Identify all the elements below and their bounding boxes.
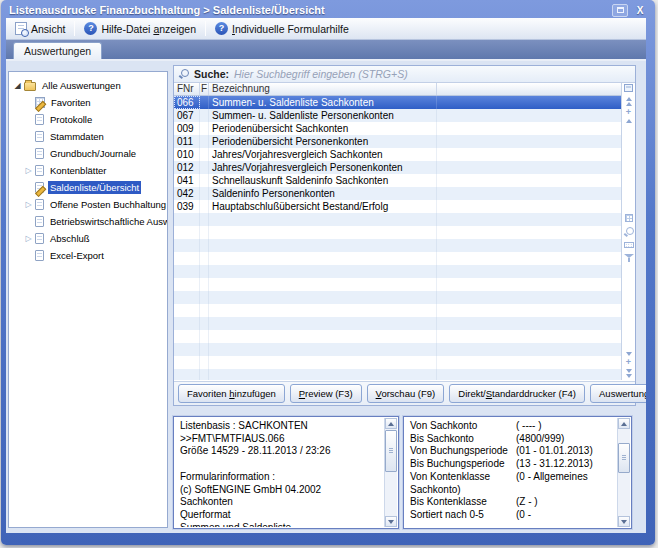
filter-icon[interactable] bbox=[624, 253, 634, 262]
grid-view-icon[interactable] bbox=[625, 214, 633, 222]
table-empty-row[interactable] bbox=[174, 356, 621, 369]
row-cell bbox=[209, 239, 437, 252]
document-icon bbox=[35, 199, 44, 210]
column-header-f[interactable]: F bbox=[200, 83, 209, 95]
toolbar-button-ansicht[interactable]: Ansicht bbox=[9, 20, 71, 37]
row-cell bbox=[437, 187, 621, 200]
column-select-icon[interactable] bbox=[624, 84, 633, 92]
tab-auswertungen[interactable]: Auswertungen bbox=[13, 42, 102, 59]
info-scrollbar[interactable] bbox=[384, 418, 397, 527]
table-empty-row[interactable] bbox=[174, 291, 621, 304]
document-icon bbox=[35, 233, 44, 244]
vorschau-f9-button[interactable]: Vorschau (F9) bbox=[367, 384, 445, 403]
info-line: Formularinformation : bbox=[180, 471, 383, 484]
column-header-fnr[interactable]: FNr bbox=[174, 83, 200, 95]
toolbar-button-individuelle-formularhilfe[interactable]: ?Individuelle Formularhilfe bbox=[209, 20, 355, 37]
table-row[interactable]: 066Summen- u. Saldenliste Sachkonten bbox=[174, 96, 621, 109]
scroll-to-bottom-icon[interactable] bbox=[626, 369, 632, 378]
scrollbar-up-icon[interactable] bbox=[618, 418, 630, 429]
close-button[interactable]: X bbox=[632, 4, 648, 17]
params-scrollbar[interactable] bbox=[617, 418, 630, 527]
direkt-standarddrucker-f4-button[interactable]: Direkt/Standarddrucker (F4) bbox=[449, 384, 585, 403]
app-surface: Ansicht?Hilfe-Datei anzeigen?Individuell… bbox=[6, 18, 646, 533]
table-header: FNrFBezeichnung bbox=[174, 83, 621, 96]
row-cell bbox=[200, 369, 209, 380]
scrollbar-thumb[interactable] bbox=[618, 443, 630, 473]
row-fnr: 012 bbox=[174, 161, 200, 174]
table-row[interactable]: 012Jahres/Vorjahresvergleich Personenkon… bbox=[174, 161, 621, 174]
table-empty-row[interactable] bbox=[174, 369, 621, 380]
tree-item-alle-auswertungen[interactable]: ◢Alle Auswertungen bbox=[9, 77, 167, 94]
scroll-plus-down-icon[interactable]: + bbox=[626, 359, 631, 366]
tree-item-offene-posten-buchhaltung[interactable]: ▷Offene Posten Buchhaltung bbox=[9, 196, 167, 213]
row-cell bbox=[437, 109, 621, 122]
tree-item-abschluß[interactable]: ▷Abschluß bbox=[9, 230, 167, 247]
scroll-down-icon[interactable] bbox=[626, 352, 632, 356]
auswertung-drucken-button[interactable]: Auswertung drucken bbox=[590, 384, 646, 403]
table-empty-row[interactable] bbox=[174, 213, 621, 226]
zoom-icon[interactable] bbox=[624, 227, 634, 237]
table-empty-row[interactable] bbox=[174, 343, 621, 356]
table-row[interactable]: 042Saldeninfo Personenkonten bbox=[174, 187, 621, 200]
preview-f3-button[interactable]: Preview (F3) bbox=[290, 384, 362, 403]
tree-item-grundbuch-journale[interactable]: Grundbuch/Journale bbox=[9, 145, 167, 162]
row-bezeichnung: Hauptabschlußübersicht Bestand/Erfolg bbox=[209, 200, 437, 213]
param-label: Bis Sachkonto bbox=[410, 433, 510, 446]
row-cell bbox=[437, 226, 621, 239]
search-bar[interactable]: Suche: Hier Suchbegriff eingeben (STRG+S… bbox=[174, 66, 635, 83]
tree-item-saldenliste-übersicht[interactable]: Saldenliste/Übersicht bbox=[9, 179, 167, 196]
table-empty-row[interactable] bbox=[174, 330, 621, 343]
expander-icon[interactable]: ◢ bbox=[12, 77, 23, 94]
table-row[interactable]: 011Periodenübersicht Personenkonten bbox=[174, 135, 621, 148]
info-line: >>FMT\FMTFIAUS.066 bbox=[180, 433, 383, 446]
param-value: (Z - ) bbox=[516, 496, 538, 507]
expander-icon[interactable]: ▷ bbox=[23, 162, 34, 179]
table-empty-row[interactable] bbox=[174, 239, 621, 252]
scroll-to-top-icon[interactable] bbox=[626, 97, 632, 106]
tree-item-kontenblätter[interactable]: ▷Kontenblätter bbox=[9, 162, 167, 179]
table-empty-row[interactable] bbox=[174, 226, 621, 239]
column-header-empty[interactable] bbox=[437, 83, 621, 95]
scrollbar-down-icon[interactable] bbox=[385, 516, 397, 527]
table-empty-row[interactable] bbox=[174, 317, 621, 330]
row-cell bbox=[200, 187, 209, 200]
form-info-text: Listenbasis : SACHKONTEN>>FMT\FMTFIAUS.0… bbox=[175, 418, 383, 527]
toolbar-button-hilfe-datei-anzeigen[interactable]: ?Hilfe-Datei anzeigen bbox=[78, 20, 202, 37]
tree-item-protokolle[interactable]: Protokolle bbox=[9, 111, 167, 128]
tree-item-stammdaten[interactable]: Stammdaten bbox=[9, 128, 167, 145]
document-edit-icon bbox=[35, 182, 44, 193]
keyboard-icon[interactable] bbox=[624, 242, 634, 248]
scroll-plus-up-icon[interactable]: + bbox=[626, 109, 631, 116]
scrollbar-up-icon[interactable] bbox=[385, 418, 397, 429]
table-empty-row[interactable] bbox=[174, 252, 621, 265]
param-label: Von Kontenklasse bbox=[410, 471, 510, 484]
table-empty-row[interactable] bbox=[174, 265, 621, 278]
row-fnr: 042 bbox=[174, 187, 200, 200]
table-row[interactable]: 009Periodenübersicht Sachkonten bbox=[174, 122, 621, 135]
action-button-bar: Favoriten hinzufügenPreview (F3)Vorschau… bbox=[174, 381, 635, 405]
table-empty-row[interactable] bbox=[174, 278, 621, 291]
param-label: Sortiert nach 0-5 bbox=[410, 509, 510, 522]
toolbar-button-label: Hilfe-Datei anzeigen bbox=[101, 23, 196, 35]
expander-icon[interactable]: ▷ bbox=[23, 230, 34, 247]
table-row[interactable]: 067Summen- u. Saldenliste Personenkonten bbox=[174, 109, 621, 122]
favoriten-hinzufügen-button[interactable]: Favoriten hinzufügen bbox=[178, 384, 285, 403]
table-empty-row[interactable] bbox=[174, 304, 621, 317]
table-row[interactable]: 041Schnellauskunft Saldeninfo Sachkonten bbox=[174, 174, 621, 187]
row-cell bbox=[174, 343, 200, 356]
restore-button[interactable] bbox=[612, 4, 628, 17]
tree-item-excel-export[interactable]: Excel-Export bbox=[9, 247, 167, 264]
expander-icon[interactable]: ▷ bbox=[23, 196, 34, 213]
column-header-bezeichnung[interactable]: Bezeichnung bbox=[209, 83, 437, 95]
table-row[interactable]: 010Jahres/Vorjahresvergleich Sachkonten bbox=[174, 148, 621, 161]
tree-item-betriebswirtschaftliche-auswertungen[interactable]: Betriebswirtschaftliche Auswertungen bbox=[9, 213, 167, 230]
table-row[interactable]: 039Hauptabschlußübersicht Bestand/Erfolg bbox=[174, 200, 621, 213]
row-cell bbox=[200, 213, 209, 226]
info-panel: Listenbasis : SACHKONTEN>>FMT\FMTFIAUS.0… bbox=[173, 416, 399, 529]
scrollbar-thumb[interactable] bbox=[385, 430, 397, 472]
row-cell bbox=[209, 356, 437, 369]
tree-item-favoriten[interactable]: Favoriten bbox=[9, 94, 167, 111]
info-line: (c) SoftENGINE GmbH 04.2002 bbox=[180, 484, 383, 497]
row-cell bbox=[200, 200, 209, 213]
scrollbar-down-icon[interactable] bbox=[618, 516, 630, 527]
